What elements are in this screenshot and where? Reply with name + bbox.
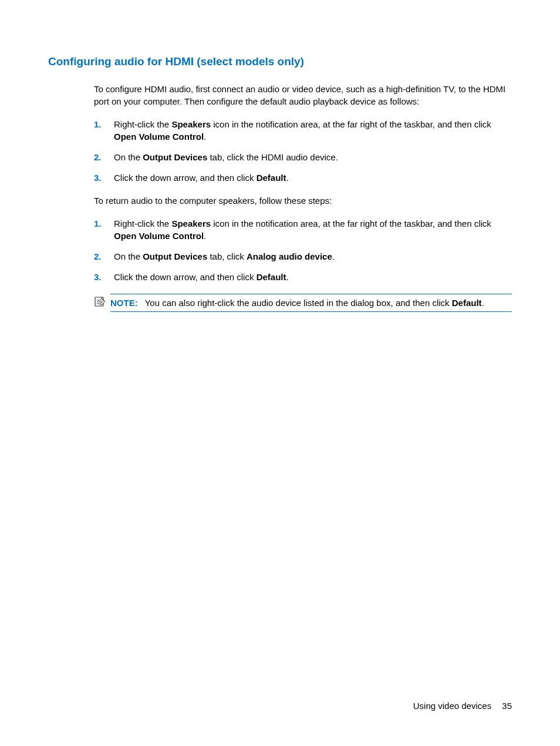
- section-heading: Configuring audio for HDMI (select model…: [48, 54, 512, 70]
- list-item: 3.Click the down arrow, and then click D…: [94, 172, 512, 184]
- intro-paragraph-2: To return audio to the computer speakers…: [94, 194, 510, 207]
- note-label: NOTE:: [110, 298, 138, 308]
- list-number: 3.: [94, 271, 114, 283]
- list-item: 1.Right-click the Speakers icon in the n…: [94, 217, 512, 242]
- note-text: You can also right-click the audio devic…: [145, 298, 484, 308]
- note-body: NOTE:You can also right-click the audio …: [110, 294, 512, 312]
- list-number: 2.: [94, 151, 114, 163]
- list-content: Click the down arrow, and then click Def…: [114, 271, 512, 283]
- footer-section-title: Using video devices: [413, 701, 491, 711]
- list-number: 2.: [94, 250, 114, 263]
- list-item: 3.Click the down arrow, and then click D…: [94, 271, 512, 283]
- list-number: 1.: [94, 217, 114, 242]
- page-footer: Using video devices 35: [413, 700, 512, 712]
- list-content: Click the down arrow, and then click Def…: [114, 172, 512, 184]
- list-number: 3.: [94, 172, 114, 184]
- list-content: On the Output Devices tab, click Analog …: [114, 250, 512, 263]
- ordered-list-2: 1.Right-click the Speakers icon in the n…: [94, 217, 512, 283]
- list-item: 2.On the Output Devices tab, click the H…: [94, 151, 512, 163]
- list-content: Right-click the Speakers icon in the not…: [114, 217, 512, 242]
- note-icon: [94, 295, 106, 307]
- list-content: On the Output Devices tab, click the HDM…: [114, 151, 512, 163]
- footer-page-number: 35: [502, 701, 512, 711]
- intro-paragraph-1: To configure HDMI audio, first connect a…: [94, 83, 510, 107]
- list-number: 1.: [94, 118, 114, 143]
- document-page: Configuring audio for HDMI (select model…: [0, 0, 560, 312]
- ordered-list-1: 1.Right-click the Speakers icon in the n…: [94, 118, 512, 184]
- list-content: Right-click the Speakers icon in the not…: [114, 118, 512, 143]
- list-item: 2.On the Output Devices tab, click Analo…: [94, 250, 512, 263]
- list-item: 1.Right-click the Speakers icon in the n…: [94, 118, 512, 143]
- note-block: NOTE:You can also right-click the audio …: [94, 294, 512, 312]
